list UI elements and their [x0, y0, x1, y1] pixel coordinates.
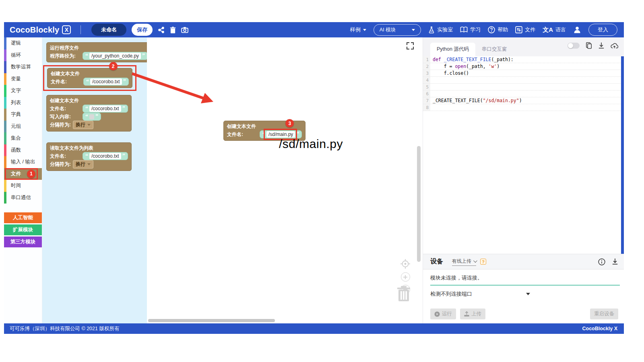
python-code-editor[interactable]: 1def _CREATE_TEXT_FILE(_path):2 f = open… — [423, 56, 624, 254]
language-menu-item[interactable]: 文A 语言 — [543, 26, 566, 34]
copy-icon[interactable] — [586, 42, 592, 49]
trash-icon[interactable] — [170, 27, 176, 33]
sidebar-category-数学运算[interactable]: 数学运算 — [4, 61, 42, 73]
learn-label: 学习 — [470, 26, 481, 33]
string-block[interactable]: “/cocorobo.txt” — [83, 152, 128, 160]
sidebar-module-人工智能[interactable]: 人工智能 — [4, 212, 42, 223]
create-text-file-block[interactable]: 创建文本文件文件名:“/cocorobo.txt” — [47, 68, 132, 88]
open-quote-icon: “ — [85, 154, 88, 158]
port-select[interactable]: 检测不到连接端口 — [430, 290, 620, 298]
device-download-icon[interactable] — [612, 258, 618, 265]
string-value-holder: “/your_python_code.py” — [83, 52, 147, 60]
block-row: 创建文本文件 — [51, 70, 129, 78]
workspace-trash-icon[interactable] — [397, 285, 411, 301]
string-field[interactable]: /cocorobo.txt — [89, 153, 121, 159]
sidebar-category-元组[interactable]: 元组 — [4, 121, 42, 133]
close-quote-icon: ” — [296, 132, 299, 136]
save-button[interactable]: 保存 — [132, 24, 153, 36]
block-row: 文件名:“/cocorobo.txt” — [51, 78, 129, 86]
project-name-button[interactable]: 未命名 — [91, 24, 126, 36]
code-autoupdate-toggle[interactable] — [568, 43, 580, 49]
upload-button[interactable]: 上传 — [460, 309, 485, 319]
sidebar-module-第三方模块[interactable]: 第三方模块 — [4, 237, 42, 247]
block-category-sidebar: 逻辑循环数学运算变量文字列表字典元组集合函数输入 / 输出文件1时间串口通信 人… — [4, 37, 42, 323]
tab-Python 源代码[interactable]: Python 源代码 — [430, 43, 475, 56]
share-icon[interactable] — [158, 27, 165, 33]
sidebar-category-输入 / 输出[interactable]: 输入 / 输出 — [4, 156, 42, 168]
line-number: 6 — [423, 90, 430, 97]
zoom-reset-icon[interactable] — [400, 259, 411, 269]
block-label: 创建文本文件 — [51, 70, 80, 77]
workspace-canvas[interactable]: 创建文本文件文件名:“/sd/main.py”3 /sd/main.py — [147, 37, 423, 323]
sidebar-category-label: 元组 — [11, 123, 21, 130]
chevron-down-icon — [526, 293, 530, 295]
run-button[interactable]: 运行 — [430, 309, 456, 319]
separator-dropdown[interactable]: 换行 — [73, 121, 93, 129]
close-quote-icon: ” — [122, 154, 125, 158]
topbar-divider — [80, 25, 81, 34]
ai-module-select[interactable]: AI 模块 — [374, 24, 421, 36]
create-text-file-write-block[interactable]: 创建文本文件文件名:“/cocorobo.txt”写入内容:“”分隔符为:换行 — [46, 95, 132, 132]
string-field[interactable]: /cocorobo.txt — [89, 105, 121, 112]
line-number: 3 — [423, 70, 430, 76]
user-avatar-icon[interactable] — [573, 26, 581, 34]
camera-icon[interactable] — [181, 27, 188, 33]
download-icon[interactable] — [598, 42, 605, 49]
zoom-in-icon[interactable] — [401, 272, 410, 282]
app-logo: CocoBlockly X — [10, 25, 71, 35]
string-block[interactable]: “” — [83, 113, 101, 121]
sidebar-module-扩展模块[interactable]: 扩展模块 — [4, 224, 42, 235]
login-button[interactable]: 登入 — [588, 24, 617, 36]
sidebar-category-串口通信[interactable]: 串口通信 — [4, 192, 42, 204]
file-menu-item[interactable]: 文件 — [515, 26, 535, 33]
sidebar-category-时间[interactable]: 时间 — [4, 180, 42, 192]
panel-divider-scrollbar[interactable] — [417, 146, 421, 262]
string-block[interactable]: “/cocorobo.txt” — [83, 105, 128, 113]
cloud-upload-icon[interactable] — [611, 42, 618, 49]
string-field[interactable] — [89, 114, 94, 119]
tab-串口交互窗[interactable]: 串口交互窗 — [475, 43, 514, 56]
upload-mode-select[interactable]: 有线上传 — [452, 258, 476, 266]
device-info-icon[interactable] — [598, 258, 605, 265]
sidebar-category-循环[interactable]: 循环 — [4, 49, 42, 62]
category-color-strip — [4, 85, 6, 97]
chevron-down-icon — [412, 29, 415, 31]
sidebar-category-逻辑[interactable]: 逻辑 — [4, 37, 42, 49]
ai-module-value: AI 模块 — [380, 27, 396, 33]
sidebar-category-变量[interactable]: 变量 — [4, 73, 42, 85]
examples-menu[interactable]: 样例 — [350, 26, 366, 33]
help-label: 帮助 — [497, 26, 508, 33]
sidebar-category-列表[interactable]: 列表 — [4, 97, 42, 109]
separator-dropdown[interactable]: 换行 — [73, 160, 93, 169]
examples-label: 样例 — [350, 26, 361, 33]
sidebar-category-集合[interactable]: 集合 — [4, 132, 42, 144]
block-label: 创建文本文件 — [50, 97, 79, 104]
string-block[interactable]: “/cocorobo.txt” — [83, 78, 129, 86]
line-number: 7 — [423, 97, 430, 104]
line-number: 1 — [423, 56, 430, 63]
learn-menu-item[interactable]: 学习 — [460, 26, 481, 33]
sidebar-category-函数[interactable]: 函数 — [4, 144, 42, 156]
lab-menu-item[interactable]: 实验室 — [428, 26, 453, 33]
string-field[interactable]: /cocorobo.txt — [90, 78, 122, 85]
dropdown-value: 换行 — [76, 121, 85, 128]
run-program-file-block[interactable]: 运行程序文件程序路径为:“/your_python_code.py” — [46, 42, 147, 62]
sidebar-category-文件[interactable]: 文件1 — [4, 168, 42, 180]
fullscreen-icon[interactable] — [407, 42, 414, 49]
string-field[interactable]: /your_python_code.py — [89, 53, 141, 59]
help-menu-item[interactable]: 帮助 — [488, 26, 508, 33]
code-text: _CREATE_TEXT_FILE("/sd/main.py") — [430, 98, 522, 103]
canvas-big-label: /sd/main.py — [279, 137, 343, 151]
sidebar-category-字典[interactable]: 字典 — [4, 109, 42, 121]
read-text-file-block[interactable]: 读取文本文件为列表文件名:“/cocorobo.txt”分隔符为:换行 — [46, 142, 132, 171]
device-help-icon[interactable]: ? — [480, 259, 486, 265]
string-block[interactable]: “/your_python_code.py” — [83, 52, 147, 60]
block-flyout-panel: 运行程序文件程序路径为:“/your_python_code.py”创建文本文件… — [42, 37, 147, 323]
run-button-label: 运行 — [442, 311, 452, 317]
sidebar-category-文字[interactable]: 文字 — [4, 85, 42, 97]
string-field[interactable]: /sd/main.py — [266, 131, 295, 138]
code-scrollbar[interactable] — [621, 56, 624, 254]
restart-device-button[interactable]: 重启设备 — [590, 309, 618, 319]
block-label: 读取文本文件为列表 — [50, 145, 93, 152]
horizontal-scrollbar[interactable] — [148, 319, 275, 322]
